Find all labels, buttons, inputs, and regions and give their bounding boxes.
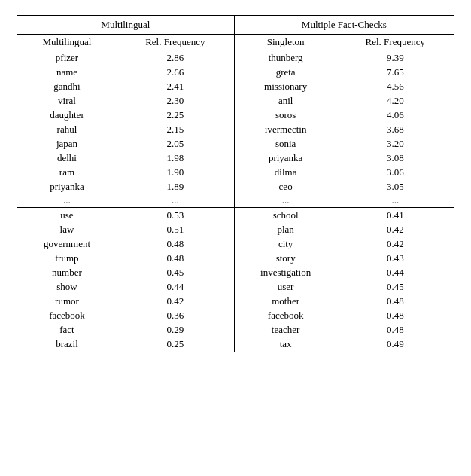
cell-col2: 0.25 bbox=[117, 337, 234, 352]
cell-col3: ... bbox=[234, 194, 336, 208]
cell-col4: 0.42 bbox=[337, 223, 454, 237]
cell-col2: 2.41 bbox=[117, 79, 234, 93]
cell-col4: 0.45 bbox=[337, 280, 454, 294]
cell-col4: 0.48 bbox=[337, 323, 454, 337]
cell-col1: daughter bbox=[17, 108, 117, 122]
cell-col1: ram bbox=[17, 165, 117, 179]
table-row: japan 2.05 sonia 3.20 bbox=[17, 136, 454, 151]
table-row: show 0.44 user 0.45 bbox=[17, 280, 454, 294]
cell-col3: plan bbox=[234, 223, 336, 237]
table-row: ... ... ... ... bbox=[17, 194, 454, 208]
cell-col3: city bbox=[234, 237, 336, 252]
cell-col4: 0.49 bbox=[337, 337, 454, 352]
cell-col4: 3.08 bbox=[337, 151, 454, 165]
table-row: law 0.51 plan 0.42 bbox=[17, 223, 454, 237]
cell-col4: 3.05 bbox=[337, 179, 454, 194]
cell-col2: 0.48 bbox=[117, 237, 234, 252]
cell-col1: japan bbox=[17, 136, 117, 151]
cell-col2: 0.51 bbox=[117, 223, 234, 237]
cell-col3: tax bbox=[234, 337, 336, 352]
cell-col1: trump bbox=[17, 252, 117, 266]
cell-col4: 3.06 bbox=[337, 165, 454, 179]
cell-col4: 0.44 bbox=[337, 266, 454, 280]
table-row: delhi 1.98 priyanka 3.08 bbox=[17, 151, 454, 165]
top-rows-body: pfizer 2.86 thunberg 9.39 name 2.66 gret… bbox=[17, 50, 454, 209]
cell-col3: missionary bbox=[234, 79, 336, 93]
cell-col4: 0.48 bbox=[337, 294, 454, 309]
cell-col4: 3.68 bbox=[337, 122, 454, 136]
table-row: viral 2.30 anil 4.20 bbox=[17, 93, 454, 108]
cell-col3: ivermectin bbox=[234, 122, 336, 136]
table-row: fact 0.29 teacher 0.48 bbox=[17, 323, 454, 337]
cell-col2: 2.66 bbox=[117, 65, 234, 79]
cell-col1: number bbox=[17, 266, 117, 280]
cell-col2: 2.86 bbox=[117, 50, 234, 66]
rel-frequency-col-header-1: Rel. Frequency bbox=[117, 35, 234, 50]
cell-col2: 0.36 bbox=[117, 309, 234, 323]
table-row: rumor 0.42 mother 0.48 bbox=[17, 294, 454, 309]
rel-frequency-col-header-2: Rel. Frequency bbox=[337, 35, 454, 50]
cell-col1: name bbox=[17, 65, 117, 79]
cell-col1: use bbox=[17, 209, 117, 223]
table-row: ram 1.90 dilma 3.06 bbox=[17, 165, 454, 179]
cell-col4: 0.43 bbox=[337, 252, 454, 266]
cell-col2: 1.90 bbox=[117, 165, 234, 179]
cell-col1: fact bbox=[17, 323, 117, 337]
cell-col4: 0.48 bbox=[337, 309, 454, 323]
table-row: government 0.48 city 0.42 bbox=[17, 237, 454, 252]
multilingual-header: Multilingual bbox=[17, 16, 234, 35]
cell-col3: ceo bbox=[234, 179, 336, 194]
cell-col1: rahul bbox=[17, 122, 117, 136]
cell-col4: 7.65 bbox=[337, 65, 454, 79]
cell-col1: viral bbox=[17, 93, 117, 108]
cell-col2: 0.29 bbox=[117, 323, 234, 337]
table-row: rahul 2.15 ivermectin 3.68 bbox=[17, 122, 454, 136]
cell-col2: 2.05 bbox=[117, 136, 234, 151]
cell-col2: 0.48 bbox=[117, 252, 234, 266]
cell-col1: law bbox=[17, 223, 117, 237]
table-row: daughter 2.25 soros 4.06 bbox=[17, 108, 454, 122]
cell-col4: 0.42 bbox=[337, 237, 454, 252]
cell-col2: 0.42 bbox=[117, 294, 234, 309]
table-row: use 0.53 school 0.41 bbox=[17, 209, 454, 223]
table-row: pfizer 2.86 thunberg 9.39 bbox=[17, 50, 454, 66]
cell-col1: gandhi bbox=[17, 79, 117, 93]
cell-col2: 2.15 bbox=[117, 122, 234, 136]
cell-col3: story bbox=[234, 252, 336, 266]
cell-col3: priyanka bbox=[234, 151, 336, 165]
table-row: name 2.66 greta 7.65 bbox=[17, 65, 454, 79]
cell-col4: 0.41 bbox=[337, 209, 454, 223]
cell-col1: government bbox=[17, 237, 117, 252]
cell-col2: ... bbox=[117, 194, 234, 208]
cell-col3: user bbox=[234, 280, 336, 294]
cell-col3: dilma bbox=[234, 165, 336, 179]
cell-col2: 2.25 bbox=[117, 108, 234, 122]
cell-col3: sonia bbox=[234, 136, 336, 151]
cell-col2: 1.89 bbox=[117, 179, 234, 194]
cell-col1: priyanka bbox=[17, 179, 117, 194]
cell-col1: facebook bbox=[17, 309, 117, 323]
table-row: brazil 0.25 tax 0.49 bbox=[17, 337, 454, 352]
top-header-row: Multilingual Multiple Fact-Checks bbox=[17, 16, 454, 35]
cell-col2: 0.45 bbox=[117, 266, 234, 280]
bottom-rows-body: use 0.53 school 0.41 law 0.51 plan 0.42 … bbox=[17, 209, 454, 352]
cell-col4: ... bbox=[337, 194, 454, 208]
table-row: trump 0.48 story 0.43 bbox=[17, 252, 454, 266]
multilingual-col-header: Multilingual bbox=[17, 35, 117, 50]
cell-col2: 0.53 bbox=[117, 209, 234, 223]
cell-col4: 4.56 bbox=[337, 79, 454, 93]
multiple-fact-checks-header: Multiple Fact-Checks bbox=[234, 16, 454, 35]
table-row: facebook 0.36 facebook 0.48 bbox=[17, 309, 454, 323]
cell-col2: 2.30 bbox=[117, 93, 234, 108]
cell-col3: investigation bbox=[234, 266, 336, 280]
cell-col1: rumor bbox=[17, 294, 117, 309]
cell-col1: ... bbox=[17, 194, 117, 208]
cell-col3: anil bbox=[234, 93, 336, 108]
cell-col4: 3.20 bbox=[337, 136, 454, 151]
cell-col1: delhi bbox=[17, 151, 117, 165]
cell-col3: school bbox=[234, 209, 336, 223]
cell-col4: 9.39 bbox=[337, 50, 454, 66]
cell-col3: thunberg bbox=[234, 50, 336, 66]
table-row: priyanka 1.89 ceo 3.05 bbox=[17, 179, 454, 194]
main-table-container: Multilingual Multiple Fact-Checks Multil… bbox=[17, 15, 454, 352]
